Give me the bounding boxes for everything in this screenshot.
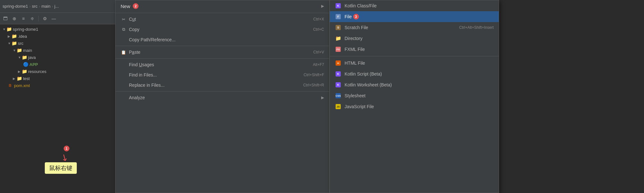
breadcrumb: spring-dome1 › src › main › j...	[3, 4, 59, 9]
css-icon: CSS	[335, 92, 341, 99]
sort-button[interactable]: ≡	[20, 15, 27, 22]
find-files-icon	[121, 72, 126, 78]
tree-src[interactable]: ▼ 📁 src	[0, 40, 115, 47]
analyze-icon	[121, 95, 126, 101]
js-icon: JS	[335, 103, 341, 110]
menu-copy-path[interactable]: Copy Path/Reference...	[115, 35, 329, 45]
find-usages-icon	[121, 62, 126, 68]
menu-paste[interactable]: 📋 Paste Ctrl+V	[115, 47, 329, 57]
menu-copy[interactable]: ⧉ Copy Ctrl+C	[115, 24, 329, 35]
menu-new-arrow: ▶	[321, 4, 324, 8]
tree-app[interactable]: 🔵 APP	[0, 61, 115, 68]
menu-sep-4	[115, 91, 329, 92]
tree-java[interactable]: ▼ 📁 java	[0, 54, 115, 61]
submenu-kotlin-class-label: Kotlin Class/File	[345, 3, 377, 8]
main-arrow: ▼	[13, 49, 17, 52]
menu-find-files-shortcut: Ctrl+Shift+F	[304, 73, 324, 77]
sort-alt-button[interactable]: ≑	[29, 15, 36, 22]
tree-idea[interactable]: ▶ 📁 .idea	[0, 33, 115, 40]
menu-cut[interactable]: ✂ Cut Ctrl+X	[115, 14, 329, 24]
submenu-stylesheet-label: Stylesheet	[345, 93, 365, 98]
menu-analyze[interactable]: Analyze ▶	[115, 92, 329, 103]
root-arrow: ▼	[3, 28, 6, 31]
toolbar-separator	[38, 16, 39, 21]
pom-label: pom.xml	[14, 83, 30, 88]
menu-sep-2	[115, 46, 329, 46]
settings-button[interactable]: ⚙	[41, 15, 48, 22]
submenu-javascript-label: JavaScript File	[345, 104, 374, 109]
submenu-fxml[interactable]: FX FXML File	[330, 44, 499, 55]
breadcrumb-sep-3: ›	[52, 4, 53, 9]
submenu-kotlin-worksheet[interactable]: K Kotlin Worksheet (Beta)	[330, 79, 499, 90]
submenu-scratch-file[interactable]: S Scratch File Ctrl+Alt+Shift+Insert	[330, 22, 499, 33]
src-arrow: ▼	[8, 42, 12, 45]
copy-path-icon	[121, 37, 126, 43]
menu-replace-files-label: Replace in Files...	[129, 83, 164, 88]
html-icon: H	[335, 60, 341, 66]
submenu-html[interactable]: H HTML File	[330, 58, 499, 68]
menu-replace-files[interactable]: Replace in Files... Ctrl+Shift+R	[115, 80, 329, 90]
copy-icon: ⧉	[121, 27, 126, 32]
submenu-kotlin-script[interactable]: K Kotlin Script (Beta)	[330, 68, 499, 79]
paste-icon: 📋	[121, 49, 126, 55]
breadcrumb-j[interactable]: j...	[54, 4, 59, 9]
breadcrumb-main[interactable]: main	[42, 4, 51, 9]
main-folder-icon: 📁	[17, 48, 22, 53]
test-arrow: ▶	[13, 77, 17, 80]
kotlin-class-icon: K	[335, 3, 341, 9]
analyze-arrow: ▶	[321, 95, 324, 100]
submenu-file[interactable]: F File 3	[330, 11, 499, 22]
menu-find-usages[interactable]: Find Usages Alt+F7	[115, 60, 329, 70]
tree-root[interactable]: ▼ 📁 spring-dome1	[0, 26, 115, 33]
menu-copy-path-label: Copy Path/Reference...	[129, 37, 176, 42]
submenu-kotlin-class[interactable]: K Kotlin Class/File	[330, 0, 499, 11]
add-button[interactable]: ⊕	[11, 15, 18, 22]
test-label: test	[23, 76, 30, 81]
menu-replace-files-shortcut: Ctrl+Shift+R	[303, 83, 324, 87]
breadcrumb-project[interactable]: spring-dome1	[3, 4, 28, 9]
menu-new-header[interactable]: New 2 ▶	[115, 0, 329, 12]
directory-icon: 📁	[335, 35, 341, 42]
submenu-scratch-shortcut: Ctrl+Alt+Shift+Insert	[459, 25, 494, 30]
kotlin-worksheet-icon: K	[335, 82, 341, 88]
context-menu: New 2 ▶ ✂ Cut Ctrl+X ⧉ Copy Ctrl+C Copy …	[115, 0, 330, 193]
menu-find-usages-label: Find Usages	[129, 62, 154, 67]
close-button[interactable]: —	[50, 15, 57, 22]
submenu-scratch-file-label: Scratch File	[345, 25, 368, 30]
submenu-directory[interactable]: 📁 Directory	[330, 33, 499, 44]
menu-find-usages-shortcut: Alt+F7	[313, 62, 324, 67]
src-label: src	[18, 41, 23, 46]
menu-sep-3	[115, 58, 329, 59]
pom-icon: 🗎	[8, 83, 13, 88]
menu-find-files[interactable]: Find in Files... Ctrl+Shift+F	[115, 70, 329, 80]
submenu-javascript[interactable]: JS JavaScript File	[330, 101, 499, 112]
annotation-badge-1: 1	[64, 146, 69, 151]
submenu-file-badge: 3	[353, 14, 359, 20]
menu-copy-shortcut: Ctrl+C	[313, 27, 324, 32]
resources-arrow: ▶	[18, 70, 22, 73]
tree-main[interactable]: ▼ 📁 main	[0, 47, 115, 54]
menu-cut-shortcut: Ctrl+X	[313, 17, 324, 21]
tree-test[interactable]: ▶ 📁 test	[0, 75, 115, 82]
test-folder-icon: 📁	[17, 76, 22, 81]
scissors-icon: ✂	[121, 16, 126, 22]
src-folder-icon: 📁	[12, 41, 17, 46]
menu-find-files-label: Find in Files...	[129, 72, 157, 77]
file-tree: ▼ 📁 spring-dome1 ▶ 📁 .idea ▼ 📁 src	[0, 24, 115, 90]
breadcrumb-sep-1: ›	[29, 4, 31, 9]
sub-sep-1	[330, 56, 499, 56]
submenu-stylesheet[interactable]: CSS Stylesheet	[330, 90, 499, 101]
breadcrumb-src[interactable]: src	[32, 4, 37, 9]
idea-arrow: ▶	[8, 35, 12, 38]
submenu-new: K Kotlin Class/File F File 3 S Scratch F…	[330, 0, 499, 193]
panel-toggle-button[interactable]: 🗖	[2, 15, 9, 22]
menu-new-label: New	[121, 4, 130, 9]
idea-label: .idea	[18, 34, 27, 39]
resources-folder-icon: 📁	[22, 69, 27, 74]
menu-paste-shortcut: Ctrl+V	[313, 50, 324, 54]
java-label: java	[28, 55, 36, 60]
submenu-kotlin-script-label: Kotlin Script (Beta)	[345, 71, 382, 76]
arrow-indicator: ↘	[59, 151, 70, 164]
tree-resources[interactable]: ▶ 📁 resources	[0, 68, 115, 75]
tree-pom[interactable]: 🗎 pom.xml	[0, 82, 115, 89]
